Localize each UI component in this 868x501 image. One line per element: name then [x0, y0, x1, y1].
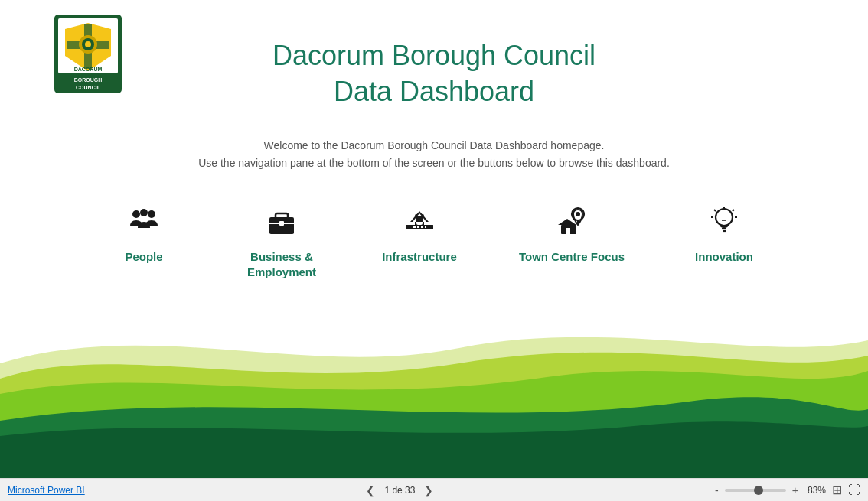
status-bar: Microsoft Power BI ❮ 1 de 33 ❯ - + 83% ⊞…: [0, 478, 868, 501]
infrastructure-icon: [403, 203, 436, 242]
logo-area: BOROUGH COUNCIL DACORUM: [54, 14, 122, 97]
zoom-percent-label: 83%: [808, 485, 826, 496]
nav-item-business[interactable]: Business & Employment: [243, 203, 320, 279]
innovation-icon: [707, 203, 741, 242]
svg-point-7: [85, 41, 91, 47]
svg-marker-29: [558, 219, 576, 225]
welcome-text: Welcome to the Dacorum Borough Council D…: [198, 137, 670, 174]
svg-point-32: [716, 209, 733, 226]
zoom-thumb: [754, 486, 763, 495]
town-label: Town Centre Focus: [519, 249, 625, 265]
svg-point-12: [132, 210, 140, 218]
wave-background: [0, 302, 868, 478]
nav-icons-container: People Business & Employment: [44, 203, 824, 279]
people-icon: [127, 203, 161, 242]
nav-item-infrastructure[interactable]: Infrastructure: [381, 203, 458, 279]
main-content: Dacorum Borough Council Data Dashboard W…: [0, 0, 868, 279]
powerbi-link[interactable]: Microsoft Power BI: [8, 485, 85, 496]
town-icon: [555, 203, 589, 242]
zoom-in-button[interactable]: +: [792, 484, 798, 496]
nav-item-innovation[interactable]: Innovation: [686, 203, 762, 279]
next-page-button[interactable]: ❯: [421, 484, 436, 496]
nav-item-town[interactable]: Town Centre Focus: [519, 203, 625, 279]
svg-rect-16: [276, 213, 288, 219]
business-label: Business & Employment: [247, 249, 316, 279]
zoom-slider[interactable]: [725, 489, 786, 492]
fit-to-page-icon[interactable]: ⊞: [832, 483, 842, 497]
svg-point-28: [576, 212, 580, 216]
svg-text:COUNCIL: COUNCIL: [76, 85, 101, 90]
page-navigation: ❮ 1 de 33 ❯: [363, 484, 436, 496]
zoom-out-button[interactable]: -: [715, 484, 719, 496]
title-area: Dacorum Borough Council Data Dashboard W…: [198, 38, 670, 173]
svg-text:DACORUM: DACORUM: [74, 67, 103, 72]
svg-line-38: [714, 210, 716, 211]
business-icon: [265, 203, 299, 242]
zoom-controls: - + 83% ⊞ ⛶: [715, 483, 860, 497]
main-title: Dacorum Borough Council Data Dashboard: [198, 38, 670, 110]
svg-point-14: [140, 209, 148, 216]
prev-page-button[interactable]: ❮: [363, 484, 378, 496]
svg-line-36: [733, 210, 734, 211]
svg-text:BOROUGH: BOROUGH: [74, 77, 103, 83]
nav-item-people[interactable]: People: [106, 203, 182, 279]
infrastructure-label: Infrastructure: [382, 249, 457, 265]
svg-point-13: [148, 210, 155, 218]
people-label: People: [125, 249, 162, 265]
council-logo: BOROUGH COUNCIL DACORUM: [54, 14, 122, 94]
fullscreen-icon[interactable]: ⛶: [848, 483, 860, 497]
svg-rect-8: [58, 73, 118, 93]
svg-rect-18: [279, 221, 284, 226]
page-indicator: 1 de 33: [384, 485, 415, 496]
innovation-label: Innovation: [695, 249, 753, 265]
svg-rect-26: [416, 216, 423, 222]
svg-rect-31: [566, 228, 570, 234]
